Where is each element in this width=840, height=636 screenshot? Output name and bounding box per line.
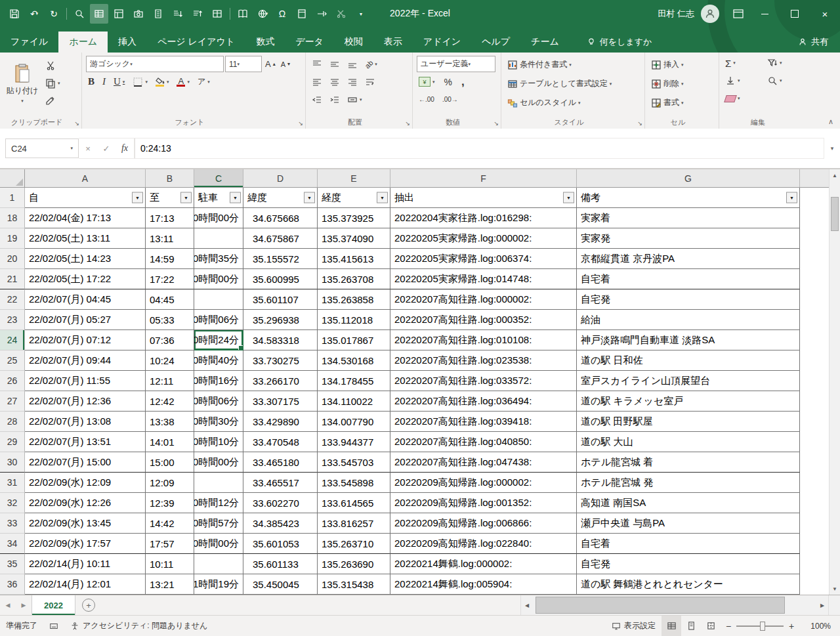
find-select-button[interactable]: ▾ bbox=[765, 73, 801, 89]
cell[interactable]: 135.315438 bbox=[318, 574, 390, 595]
row-header[interactable]: 35 bbox=[0, 554, 25, 574]
cancel-entry-icon[interactable]: × bbox=[79, 144, 97, 154]
empty-cell-area[interactable] bbox=[800, 432, 829, 452]
cell[interactable]: 33.307175 bbox=[243, 391, 318, 412]
empty-cell-area[interactable] bbox=[800, 269, 829, 289]
fill-color-button[interactable]: ▾ bbox=[154, 74, 171, 90]
cell[interactable]: 34.385423 bbox=[243, 513, 318, 534]
undo-dropdown-icon[interactable]: ▾ bbox=[36, 11, 39, 16]
cell-styles-button[interactable]: セルのスタイル▾ bbox=[505, 93, 640, 112]
cell[interactable]: 134.007790 bbox=[318, 412, 390, 432]
cell[interactable]: 15:00 bbox=[146, 452, 194, 473]
filter-cell[interactable]: 抽出▼ bbox=[390, 188, 577, 208]
cell[interactable]: 自宅発 bbox=[577, 289, 800, 310]
cell[interactable]: 22/02/09(水) 12:26 bbox=[25, 493, 146, 513]
cell[interactable]: 35.155572 bbox=[243, 249, 318, 269]
filter-cell[interactable]: 自▼ bbox=[25, 188, 146, 208]
filter-cell[interactable]: 備考▼ bbox=[577, 188, 800, 208]
filter-cell[interactable]: 至▼ bbox=[146, 188, 194, 208]
phonetic-guide-button[interactable]: ア▾ bbox=[196, 74, 212, 90]
filter-dropdown-icon[interactable]: ▼ bbox=[230, 192, 241, 203]
cell[interactable]: 給油 bbox=[577, 310, 800, 330]
cut-button[interactable] bbox=[43, 58, 62, 74]
column-header-B[interactable]: B bbox=[146, 169, 194, 188]
alignment-dialog-launcher-icon[interactable]: ↘ bbox=[405, 120, 410, 127]
filter-dropdown-icon[interactable]: ▼ bbox=[377, 192, 388, 203]
cell[interactable]: 135.415613 bbox=[318, 249, 390, 269]
tab-team[interactable]: チーム bbox=[520, 32, 570, 53]
cell[interactable]: 33.470548 bbox=[243, 432, 318, 452]
decrease-font-button[interactable]: A▾ bbox=[279, 56, 292, 72]
row-header[interactable]: 22 bbox=[0, 289, 25, 310]
cell[interactable]: ホテル龍宮城 着 bbox=[577, 452, 800, 473]
share-button[interactable]: 共有 bbox=[798, 32, 840, 53]
cell[interactable]: 135.263858 bbox=[318, 289, 390, 310]
align-middle-button[interactable] bbox=[327, 56, 342, 72]
currency-format-button[interactable]: ¥▾ bbox=[417, 74, 437, 90]
cell[interactable]: 20220207高知往路.log:000352: bbox=[390, 310, 577, 330]
tab-help[interactable]: ヘルプ bbox=[471, 32, 520, 53]
cell[interactable]: 20220205実家帰路.log:006374: bbox=[390, 249, 577, 269]
qat-more-icon[interactable]: ▾ bbox=[352, 4, 370, 24]
cell[interactable]: 20220207高知往路.log:000002: bbox=[390, 289, 577, 310]
cell[interactable]: 135.374090 bbox=[318, 228, 390, 249]
sheet-nav-prev-icon[interactable]: ◀ bbox=[0, 595, 16, 615]
horizontal-scrollbar[interactable]: ◀ ▶ bbox=[520, 595, 828, 615]
cell[interactable]: 0時間35分 bbox=[194, 249, 243, 269]
cell[interactable]: 道の駅 キラメッセ室戸 bbox=[577, 391, 800, 412]
cell[interactable]: 10:11 bbox=[146, 554, 194, 574]
document-icon[interactable] bbox=[149, 4, 167, 24]
font-size-combo[interactable]: 11▾ bbox=[225, 56, 262, 72]
fill-button[interactable]: ▾ bbox=[723, 73, 759, 89]
cell[interactable]: 35.601053 bbox=[243, 534, 318, 554]
filter-cell[interactable]: 駐車▼ bbox=[194, 188, 243, 208]
cell[interactable]: 35.600995 bbox=[243, 269, 318, 289]
cell[interactable]: 13:21 bbox=[146, 574, 194, 595]
cell[interactable]: 33.602270 bbox=[243, 493, 318, 513]
row-header[interactable]: 18 bbox=[0, 208, 25, 228]
cell[interactable]: 134.530168 bbox=[318, 350, 390, 371]
cell[interactable]: 35.296938 bbox=[243, 310, 318, 330]
globe-dropdown-icon[interactable]: ▾ bbox=[266, 11, 268, 16]
tab-formulas[interactable]: 数式 bbox=[245, 32, 285, 53]
table-icon[interactable] bbox=[208, 4, 226, 24]
align-top-button[interactable] bbox=[310, 56, 324, 72]
user-name[interactable]: 田村 仁志 bbox=[658, 8, 694, 20]
row-header[interactable]: 1 bbox=[0, 188, 25, 208]
clear-button[interactable]: ▾ bbox=[723, 91, 759, 106]
chevron-down-icon[interactable]: ▾ bbox=[237, 62, 240, 67]
cell[interactable]: 実家発 bbox=[577, 228, 800, 249]
maximize-button[interactable] bbox=[780, 0, 810, 28]
scroll-right-icon[interactable]: ▶ bbox=[816, 595, 828, 615]
cell[interactable]: 22/02/05(土) 14:23 bbox=[25, 249, 146, 269]
format-as-table-button[interactable]: テーブルとして書式設定▾ bbox=[505, 74, 640, 93]
cell[interactable]: ホテル龍宮城 発 bbox=[577, 473, 800, 493]
name-box[interactable]: C24 ▾ bbox=[5, 138, 79, 158]
filter-dropdown-icon[interactable]: ▼ bbox=[180, 192, 192, 203]
tab-addins[interactable]: アドイン bbox=[413, 32, 471, 53]
row-header[interactable]: 36 bbox=[0, 574, 25, 595]
tell-me-search[interactable]: 何をしますか bbox=[587, 32, 652, 53]
cell[interactable]: 0時間06分 bbox=[194, 310, 243, 330]
cell[interactable]: 1時間19分 bbox=[194, 574, 243, 595]
cell[interactable]: 自宅着 bbox=[577, 534, 800, 554]
conditional-formatting-button[interactable]: 条件付き書式▾ bbox=[505, 55, 640, 74]
tab-page-layout[interactable]: ページ レイアウト bbox=[147, 32, 245, 53]
cell[interactable] bbox=[194, 228, 243, 249]
collapse-ribbon-icon[interactable]: ∧ bbox=[828, 117, 833, 126]
cell[interactable]: 135.017867 bbox=[318, 330, 390, 350]
row-header[interactable]: 26 bbox=[0, 371, 25, 391]
cell[interactable]: 22/02/07(月) 13:51 bbox=[25, 432, 146, 452]
cell[interactable]: 135.112018 bbox=[318, 310, 390, 330]
minimize-button[interactable] bbox=[749, 0, 780, 28]
font-dialog-launcher-icon[interactable]: ↘ bbox=[298, 120, 303, 127]
cell[interactable]: 0時間00分 bbox=[194, 269, 243, 289]
cell[interactable]: 133.944377 bbox=[318, 432, 390, 452]
cell[interactable]: 20220207高知往路.log:040850: bbox=[390, 432, 577, 452]
tab-view[interactable]: 表示 bbox=[373, 32, 413, 53]
cell[interactable]: 道の駅 日和佐 bbox=[577, 350, 800, 371]
name-box-dropdown-icon[interactable]: ▾ bbox=[70, 146, 73, 151]
save-icon[interactable] bbox=[5, 4, 24, 24]
touch-mode-icon[interactable] bbox=[312, 4, 331, 24]
cell[interactable]: 22/02/14(月) 12:01 bbox=[25, 574, 146, 595]
